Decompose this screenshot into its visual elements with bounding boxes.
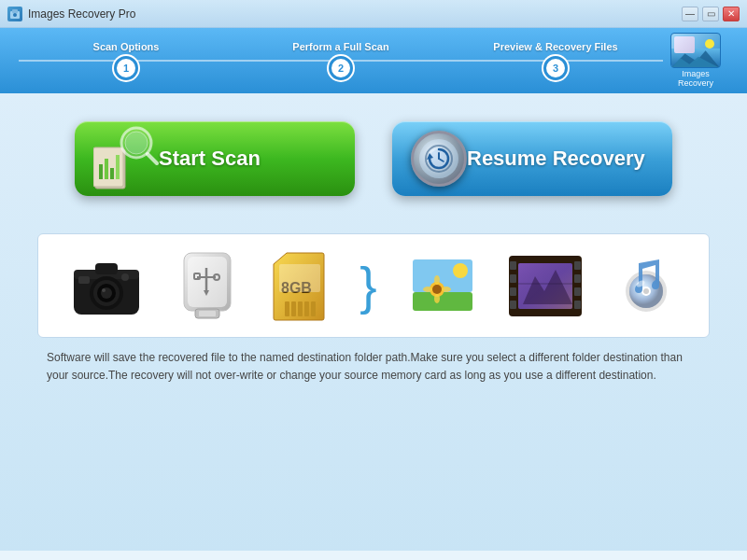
scan-icon	[93, 126, 159, 191]
app-title: Images Recovery Pro	[28, 7, 682, 21]
wizard-step-3-label: Preview & Recovery Files	[493, 41, 617, 52]
usb-icon	[176, 249, 237, 322]
svg-rect-42	[311, 301, 316, 316]
svg-point-53	[423, 287, 432, 292]
photo-icon	[409, 256, 476, 316]
sdcard-icon: 8GB	[270, 251, 328, 321]
window-controls: — ▭ ✕	[682, 7, 740, 21]
film-icon	[509, 256, 582, 316]
wizard-step-2: Perform a Full Scan 2	[233, 41, 448, 80]
svg-point-2	[13, 13, 17, 17]
svg-rect-38	[285, 301, 289, 316]
minimize-button[interactable]: —	[682, 7, 698, 21]
logo-text: ImagesRecovery	[678, 70, 713, 89]
svg-rect-61	[510, 287, 516, 296]
usb-icon-item	[176, 249, 237, 322]
action-buttons: Start Scan	[37, 121, 710, 196]
svg-point-54	[442, 287, 451, 292]
svg-rect-47	[413, 292, 472, 311]
svg-rect-60	[510, 274, 516, 283]
svg-rect-65	[574, 287, 581, 296]
svg-rect-21	[95, 263, 118, 274]
svg-point-50	[432, 285, 442, 294]
svg-rect-9	[110, 168, 114, 179]
svg-point-51	[434, 275, 440, 285]
resume-icon	[411, 131, 467, 187]
svg-rect-8	[105, 159, 108, 179]
svg-rect-1	[12, 9, 18, 13]
svg-rect-64	[574, 274, 581, 283]
svg-rect-41	[304, 301, 309, 316]
title-bar: Images Recovery Pro — ▭ ✕	[0, 0, 747, 28]
svg-rect-39	[291, 301, 296, 316]
close-button[interactable]: ✕	[723, 7, 740, 21]
svg-rect-40	[298, 301, 303, 316]
curly-brace-icon: }	[359, 260, 376, 312]
resume-recovery-button[interactable]: Resume Recovery	[392, 121, 672, 196]
wizard-step-1-circle: 1	[114, 56, 138, 80]
svg-point-48	[453, 263, 468, 278]
start-scan-label: Start Scan	[159, 147, 261, 171]
wizard-step-1: Scan Options 1	[19, 41, 233, 80]
wizard-bar: Scan Options 1 Perform a Full Scan 2 Pre…	[0, 28, 747, 93]
wizard-step-1-label: Scan Options	[93, 41, 160, 52]
bracket-icon-item: }	[359, 260, 376, 312]
camera-icon	[69, 256, 144, 316]
svg-rect-62	[510, 301, 516, 309]
resume-recovery-label: Resume Recovery	[467, 147, 645, 171]
wizard-step-2-label: Perform a Full Scan	[292, 41, 388, 52]
svg-point-73	[643, 288, 649, 294]
svg-rect-66	[574, 301, 581, 309]
logo-image	[670, 33, 721, 68]
camera-icon-item	[69, 256, 144, 316]
file-types-panel: 8GB }	[37, 233, 710, 338]
main-content: Start Scan	[0, 93, 747, 551]
wizard-step-3-circle: 3	[543, 56, 568, 80]
svg-rect-59	[510, 261, 516, 270]
start-scan-button[interactable]: Start Scan	[75, 121, 355, 196]
maximize-button[interactable]: ▭	[702, 7, 719, 21]
svg-point-52	[434, 294, 440, 303]
wizard-logo: ImagesRecovery	[663, 33, 728, 89]
svg-rect-7	[99, 164, 103, 179]
wizard-steps: Scan Options 1 Perform a Full Scan 2 Pre…	[19, 41, 663, 80]
svg-point-27	[121, 273, 129, 281]
music-icon	[614, 256, 678, 316]
svg-rect-37	[199, 311, 216, 316]
wizard-step-2-circle: 2	[329, 56, 353, 80]
photo-icon-item	[409, 256, 476, 316]
app-icon	[7, 7, 22, 21]
svg-point-12	[125, 132, 148, 154]
svg-rect-28	[78, 276, 90, 284]
svg-rect-44	[279, 264, 320, 292]
svg-rect-63	[574, 261, 581, 270]
music-icon-item	[614, 256, 678, 316]
film-icon-item	[509, 256, 582, 316]
wizard-step-3: Preview & Recovery Files 3	[448, 41, 663, 80]
svg-point-26	[102, 288, 106, 292]
info-text: Software will save the recovered file to…	[37, 349, 710, 385]
svg-line-13	[148, 154, 157, 163]
sdcard-icon-item: 8GB	[270, 251, 328, 321]
